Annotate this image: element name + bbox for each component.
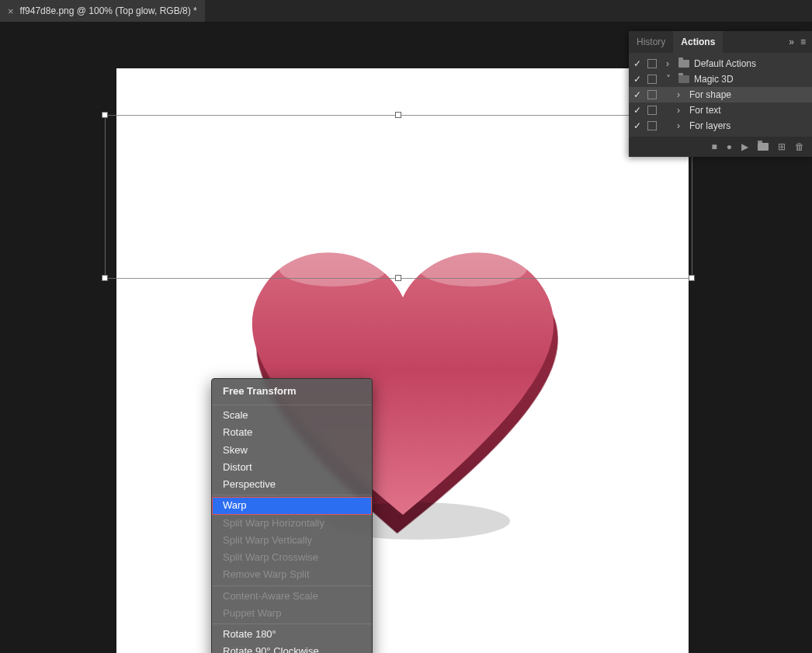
collapse-icon[interactable]: » — [789, 36, 794, 47]
menu-item-scale[interactable]: Scale — [212, 407, 372, 424]
new-action-icon[interactable]: ⊞ — [778, 141, 786, 152]
workspace: Free Transform Scale Rotate Skew Distort… — [0, 22, 812, 653]
check-icon[interactable]: ✓ — [632, 74, 643, 85]
menu-item-puppet-warp: Puppet Warp — [212, 605, 372, 622]
document-tab[interactable]: × ff947d8e.png @ 100% (Top glow, RGB/8) … — [0, 0, 205, 22]
chevron-right-icon[interactable]: › — [677, 89, 685, 100]
dialog-toggle-icon[interactable] — [647, 106, 657, 115]
menu-item-split-warp-vertically: Split Warp Vertically — [212, 532, 372, 549]
tab-title: ff947d8e.png @ 100% (Top glow, RGB/8) * — [20, 5, 197, 16]
menu-separator — [212, 585, 372, 586]
menu-separator — [212, 623, 372, 624]
trash-icon[interactable]: 🗑 — [795, 141, 804, 152]
close-icon[interactable]: × — [8, 5, 14, 17]
action-label: For shape — [689, 89, 731, 100]
action-label: Magic 3D — [694, 74, 734, 85]
new-set-icon[interactable] — [758, 143, 769, 151]
actions-panel-footer: ■ ● ▶ ⊞ 🗑 — [629, 137, 812, 157]
action-set-magic-3d[interactable]: ✓ ˅ Magic 3D — [629, 71, 812, 87]
check-icon[interactable]: ✓ — [632, 120, 643, 131]
transform-handle-tl[interactable] — [102, 112, 108, 118]
tab-actions[interactable]: Actions — [673, 31, 723, 53]
chevron-right-icon[interactable]: › — [666, 58, 674, 69]
action-for-shape[interactable]: ✓ › For shape — [629, 87, 812, 102]
check-icon[interactable]: ✓ — [632, 58, 643, 69]
menu-item-distort[interactable]: Distort — [212, 459, 372, 476]
action-label: For text — [689, 105, 721, 116]
action-label: Default Actions — [694, 58, 756, 69]
dialog-toggle-icon[interactable] — [647, 75, 657, 84]
menu-item-perspective[interactable]: Perspective — [212, 476, 372, 493]
chevron-right-icon[interactable]: › — [677, 120, 685, 131]
context-menu: Free Transform Scale Rotate Skew Distort… — [211, 378, 373, 653]
transform-handle-ml[interactable] — [102, 275, 108, 281]
transform-handle-mr[interactable] — [689, 275, 695, 281]
chevron-down-icon[interactable]: ˅ — [666, 74, 674, 85]
menu-item-warp[interactable]: Warp — [212, 497, 372, 514]
menu-item-split-warp-crosswise: Split Warp Crosswise — [212, 549, 372, 566]
transform-handle-mm[interactable] — [395, 275, 401, 281]
context-menu-title: Free Transform — [212, 379, 372, 403]
check-icon[interactable]: ✓ — [632, 89, 643, 100]
action-for-text[interactable]: ✓ › For text — [629, 102, 812, 118]
transform-handle-tm[interactable] — [395, 112, 401, 118]
actions-list: ✓ › Default Actions ✓ ˅ Magic 3D ✓ › — [629, 53, 812, 137]
check-icon[interactable]: ✓ — [632, 105, 643, 116]
action-set-default-actions[interactable]: ✓ › Default Actions — [629, 56, 812, 71]
chevron-right-icon[interactable]: › — [677, 105, 685, 116]
stop-icon[interactable]: ■ — [712, 141, 717, 152]
action-label: For layers — [689, 120, 730, 131]
tab-history[interactable]: History — [629, 31, 673, 53]
tab-bar: × ff947d8e.png @ 100% (Top glow, RGB/8) … — [0, 0, 812, 22]
menu-item-rotate-180[interactable]: Rotate 180° — [212, 626, 372, 643]
folder-icon — [678, 60, 689, 68]
menu-separator — [212, 495, 372, 495]
menu-item-skew[interactable]: Skew — [212, 442, 372, 459]
menu-item-remove-warp-split: Remove Warp Split — [212, 566, 372, 583]
dialog-toggle-icon[interactable] — [647, 121, 657, 130]
menu-item-content-aware-scale: Content-Aware Scale — [212, 588, 372, 605]
folder-open-icon — [678, 75, 689, 83]
menu-item-rotate-90-cw[interactable]: Rotate 90° Clockwise — [212, 643, 372, 653]
dialog-toggle-icon[interactable] — [647, 90, 657, 99]
actions-panel: History Actions » ≡ ✓ › Default Actions … — [629, 31, 812, 157]
panel-tabs: History Actions » ≡ — [629, 31, 812, 53]
transform-bounding-box[interactable] — [105, 115, 692, 278]
menu-item-rotate[interactable]: Rotate — [212, 424, 372, 441]
action-for-layers[interactable]: ✓ › For layers — [629, 118, 812, 134]
record-icon[interactable]: ● — [727, 141, 732, 152]
menu-item-split-warp-horizontally: Split Warp Horizontally — [212, 515, 372, 532]
dialog-toggle-icon[interactable] — [647, 59, 657, 68]
play-icon[interactable]: ▶ — [741, 141, 748, 152]
panel-menu-icon[interactable]: ≡ — [800, 36, 806, 47]
menu-separator — [212, 405, 372, 405]
